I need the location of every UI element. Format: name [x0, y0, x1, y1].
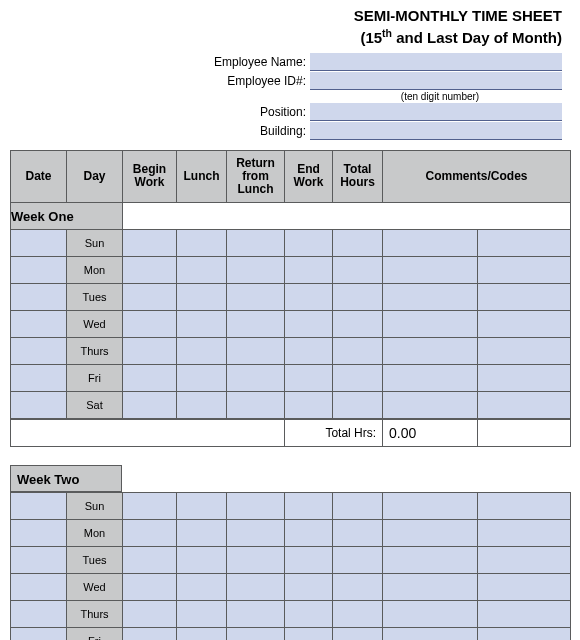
cell-total[interactable]	[333, 284, 383, 311]
cell-comments1[interactable]	[383, 628, 478, 640]
cell-end[interactable]	[285, 574, 333, 601]
cell-date[interactable]	[11, 493, 67, 520]
cell-date[interactable]	[11, 311, 67, 338]
cell-return[interactable]	[227, 284, 285, 311]
cell-end[interactable]	[285, 365, 333, 392]
cell-comments2[interactable]	[478, 601, 571, 628]
cell-comments2[interactable]	[478, 311, 571, 338]
cell-return[interactable]	[227, 574, 285, 601]
cell-begin[interactable]	[123, 601, 177, 628]
employee-name-field[interactable]	[310, 53, 562, 71]
cell-lunch[interactable]	[177, 547, 227, 574]
cell-date[interactable]	[11, 230, 67, 257]
cell-begin[interactable]	[123, 365, 177, 392]
cell-lunch[interactable]	[177, 230, 227, 257]
cell-comments1[interactable]	[383, 311, 478, 338]
cell-comments2[interactable]	[478, 392, 571, 419]
cell-lunch[interactable]	[177, 628, 227, 640]
cell-end[interactable]	[285, 338, 333, 365]
cell-lunch[interactable]	[177, 574, 227, 601]
cell-return[interactable]	[227, 230, 285, 257]
cell-comments2[interactable]	[478, 628, 571, 640]
employee-id-field[interactable]	[310, 72, 562, 90]
cell-lunch[interactable]	[177, 601, 227, 628]
cell-comments2[interactable]	[478, 520, 571, 547]
cell-total[interactable]	[333, 257, 383, 284]
cell-comments2[interactable]	[478, 338, 571, 365]
cell-lunch[interactable]	[177, 311, 227, 338]
cell-begin[interactable]	[123, 547, 177, 574]
cell-date[interactable]	[11, 257, 67, 284]
cell-comments1[interactable]	[383, 547, 478, 574]
cell-date[interactable]	[11, 338, 67, 365]
cell-total[interactable]	[333, 338, 383, 365]
cell-lunch[interactable]	[177, 338, 227, 365]
cell-begin[interactable]	[123, 257, 177, 284]
cell-return[interactable]	[227, 547, 285, 574]
cell-comments2[interactable]	[478, 493, 571, 520]
cell-comments1[interactable]	[383, 520, 478, 547]
cell-end[interactable]	[285, 230, 333, 257]
cell-comments1[interactable]	[383, 392, 478, 419]
cell-begin[interactable]	[123, 392, 177, 419]
cell-begin[interactable]	[123, 338, 177, 365]
cell-comments2[interactable]	[478, 574, 571, 601]
position-field[interactable]	[310, 103, 562, 121]
cell-comments1[interactable]	[383, 257, 478, 284]
cell-end[interactable]	[285, 493, 333, 520]
cell-return[interactable]	[227, 257, 285, 284]
cell-return[interactable]	[227, 520, 285, 547]
cell-date[interactable]	[11, 628, 67, 640]
cell-comments2[interactable]	[478, 284, 571, 311]
cell-date[interactable]	[11, 284, 67, 311]
cell-comments1[interactable]	[383, 230, 478, 257]
cell-comments1[interactable]	[383, 574, 478, 601]
cell-total[interactable]	[333, 365, 383, 392]
cell-date[interactable]	[11, 392, 67, 419]
cell-end[interactable]	[285, 601, 333, 628]
cell-begin[interactable]	[123, 230, 177, 257]
cell-total[interactable]	[333, 574, 383, 601]
cell-total[interactable]	[333, 601, 383, 628]
cell-comments1[interactable]	[383, 365, 478, 392]
cell-begin[interactable]	[123, 311, 177, 338]
cell-comments2[interactable]	[478, 230, 571, 257]
cell-total[interactable]	[333, 520, 383, 547]
cell-begin[interactable]	[123, 520, 177, 547]
cell-lunch[interactable]	[177, 520, 227, 547]
building-field[interactable]	[310, 122, 562, 140]
cell-end[interactable]	[285, 257, 333, 284]
cell-return[interactable]	[227, 365, 285, 392]
cell-return[interactable]	[227, 493, 285, 520]
cell-date[interactable]	[11, 365, 67, 392]
cell-total[interactable]	[333, 311, 383, 338]
cell-return[interactable]	[227, 311, 285, 338]
cell-comments1[interactable]	[383, 601, 478, 628]
cell-date[interactable]	[11, 574, 67, 601]
cell-lunch[interactable]	[177, 392, 227, 419]
cell-begin[interactable]	[123, 284, 177, 311]
cell-total[interactable]	[333, 392, 383, 419]
cell-return[interactable]	[227, 392, 285, 419]
cell-end[interactable]	[285, 392, 333, 419]
cell-end[interactable]	[285, 284, 333, 311]
cell-comments2[interactable]	[478, 257, 571, 284]
cell-comments1[interactable]	[383, 284, 478, 311]
cell-total[interactable]	[333, 493, 383, 520]
cell-begin[interactable]	[123, 493, 177, 520]
cell-comments1[interactable]	[383, 493, 478, 520]
cell-date[interactable]	[11, 601, 67, 628]
cell-comments2[interactable]	[478, 547, 571, 574]
cell-lunch[interactable]	[177, 365, 227, 392]
cell-lunch[interactable]	[177, 257, 227, 284]
cell-return[interactable]	[227, 601, 285, 628]
cell-begin[interactable]	[123, 574, 177, 601]
cell-end[interactable]	[285, 628, 333, 640]
cell-end[interactable]	[285, 547, 333, 574]
cell-date[interactable]	[11, 520, 67, 547]
cell-end[interactable]	[285, 520, 333, 547]
cell-lunch[interactable]	[177, 493, 227, 520]
cell-comments1[interactable]	[383, 338, 478, 365]
cell-end[interactable]	[285, 311, 333, 338]
cell-comments2[interactable]	[478, 365, 571, 392]
